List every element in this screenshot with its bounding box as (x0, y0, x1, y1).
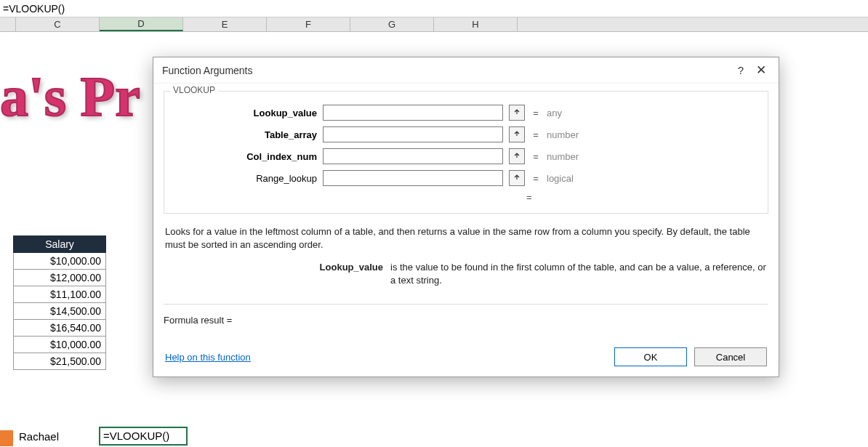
active-cell[interactable]: =VLOOKUP() (99, 427, 188, 446)
active-cell-content: =VLOOKUP() (103, 430, 169, 442)
param-name: Lookup_value (165, 261, 383, 286)
lookup-value-input[interactable] (323, 105, 503, 121)
arg-type: any (547, 108, 562, 118)
salary-cell[interactable]: $10,000.00 (13, 337, 106, 353)
param-description: Lookup_value is the value to be found in… (165, 261, 767, 286)
table-array-input[interactable] (323, 126, 503, 142)
function-description: Looks for a value in the leftmost column… (164, 220, 768, 289)
description-text: Looks for a value in the leftmost column… (165, 226, 750, 250)
salary-table: Salary $10,000.00 $12,000.00 $11,100.00 … (13, 235, 106, 370)
arg-label: Col_index_num (172, 151, 317, 162)
function-name-label: VLOOKUP (170, 85, 218, 95)
salary-cell[interactable]: $14,500.00 (13, 303, 106, 320)
help-link[interactable]: Help on this function (165, 352, 607, 363)
salary-cell[interactable]: $16,540.00 (13, 320, 106, 337)
help-icon[interactable]: ? (731, 60, 751, 81)
equals-sign: = (531, 173, 541, 184)
arg-row-table-array: Table_array = number (172, 126, 760, 142)
formula-result-label: Formula result = (164, 315, 232, 326)
arg-type: number (547, 129, 579, 140)
dialog-title: Function Arguments (162, 65, 731, 76)
label-cell[interactable]: Rachael (19, 430, 59, 443)
row-header-gutter (0, 17, 16, 31)
formula-bar[interactable]: =VLOOKUP() (0, 0, 868, 17)
result-equals-row: = (172, 192, 760, 203)
salary-cell[interactable]: $10,000.00 (13, 253, 106, 270)
col-header-c[interactable]: C (16, 17, 100, 31)
dialog-footer: Help on this function OK Cancel (164, 340, 768, 368)
close-icon[interactable]: ✕ (751, 60, 771, 81)
function-fieldset: VLOOKUP Lookup_value = any Table_array =… (164, 91, 768, 214)
arg-label: Lookup_value (172, 108, 317, 118)
arg-label: Range_lookup (172, 173, 317, 184)
equals-sign: = (531, 129, 541, 140)
collapse-dialog-icon[interactable] (509, 148, 525, 164)
col-header-d[interactable]: D (100, 17, 183, 31)
ok-button[interactable]: OK (614, 347, 687, 366)
arg-type: logical (547, 173, 574, 184)
arg-row-range-lookup: Range_lookup = logical (172, 170, 760, 186)
function-arguments-dialog: Function Arguments ? ✕ VLOOKUP Lookup_va… (153, 57, 779, 377)
formula-result-row: Formula result = (164, 304, 768, 326)
collapse-dialog-icon[interactable] (509, 105, 525, 121)
col-header-f[interactable]: F (267, 17, 350, 31)
range-lookup-input[interactable] (323, 170, 503, 186)
collapse-dialog-icon[interactable] (509, 170, 525, 186)
color-swatch-cell[interactable] (0, 430, 13, 446)
column-headers: C D E F G H (0, 17, 868, 32)
collapse-dialog-icon[interactable] (509, 126, 525, 142)
dialog-titlebar[interactable]: Function Arguments ? ✕ (153, 57, 779, 84)
arg-row-lookup-value: Lookup_value = any (172, 105, 760, 121)
salary-cell[interactable]: $21,500.00 (13, 353, 106, 370)
salary-cell[interactable]: $11,100.00 (13, 286, 106, 303)
col-index-num-input[interactable] (323, 148, 503, 164)
dialog-body: VLOOKUP Lookup_value = any Table_array =… (153, 84, 779, 376)
arg-row-col-index-num: Col_index_num = number (172, 148, 760, 164)
salary-header-cell[interactable]: Salary (13, 235, 106, 253)
equals-sign: = (531, 151, 541, 162)
col-header-g[interactable]: G (350, 17, 434, 31)
formula-bar-text: =VLOOKUP() (3, 3, 65, 15)
title-graphic: a's Pr (0, 68, 140, 125)
param-text: is the value to be found in the first co… (390, 261, 767, 286)
col-header-h[interactable]: H (434, 17, 518, 31)
arg-type: number (547, 151, 579, 162)
equals-sign: = (526, 192, 532, 203)
cancel-button[interactable]: Cancel (694, 347, 767, 366)
arg-label: Table_array (172, 129, 317, 140)
equals-sign: = (531, 108, 541, 118)
salary-cell[interactable]: $12,000.00 (13, 270, 106, 286)
col-header-e[interactable]: E (183, 17, 267, 31)
